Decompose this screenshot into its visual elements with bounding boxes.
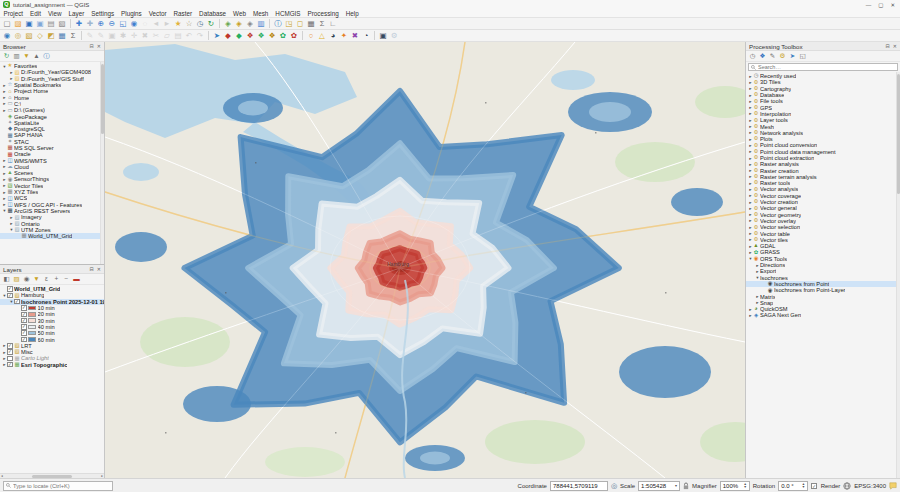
zoom-next-icon[interactable]: ►: [162, 19, 172, 29]
vertex-tool-icon[interactable]: ✛: [129, 31, 139, 41]
lock-icon[interactable]: [683, 482, 689, 490]
layer-visibility-checkbox[interactable]: ✓: [21, 330, 27, 336]
refresh-browser-icon[interactable]: ↻: [2, 52, 11, 61]
close-button[interactable]: ✕: [890, 2, 895, 8]
layer-visibility-checkbox[interactable]: ✓: [14, 299, 20, 305]
browser-item-world-utm-grid[interactable]: ▦World_UTM_Grid: [0, 233, 104, 239]
messages-icon[interactable]: [889, 482, 897, 490]
plugin-gold-icon[interactable]: ❖: [267, 31, 277, 41]
dock-icon[interactable]: ⊟: [886, 43, 890, 49]
run-feature-action-icon[interactable]: ◎: [13, 31, 23, 41]
layer-visibility-checkbox[interactable]: ✓: [21, 324, 27, 330]
redo-icon[interactable]: ↷: [195, 31, 205, 41]
minimize-button[interactable]: —: [866, 2, 872, 8]
layer-visibility-checkbox[interactable]: ✓: [7, 349, 13, 355]
processing-search[interactable]: [748, 63, 898, 71]
select-by-polygon-icon[interactable]: ◇: [35, 31, 45, 41]
new-virtual-layer-icon[interactable]: ◈: [245, 19, 255, 29]
invert-selection-icon[interactable]: ◩: [46, 31, 56, 41]
layer-visibility-checkbox[interactable]: ✓: [7, 286, 13, 292]
models-icon[interactable]: ❖: [758, 52, 767, 61]
scrollbar-thumb[interactable]: [32, 475, 72, 478]
crs-status[interactable]: EPSG:3400: [854, 483, 886, 489]
save-project-as-icon[interactable]: ▣: [35, 19, 45, 29]
vector-bender-icon[interactable]: ✖: [350, 31, 360, 41]
close-icon[interactable]: ✕: [893, 43, 897, 49]
menu-plugins[interactable]: Plugins: [118, 10, 146, 17]
new-shapefile-layer-icon[interactable]: ◈: [234, 19, 244, 29]
open-attribute-table-icon[interactable]: ▦: [306, 19, 316, 29]
paste-features-icon[interactable]: ▤: [173, 31, 183, 41]
add-feature-icon[interactable]: ✱: [118, 31, 128, 41]
extents-toggle-icon[interactable]: ◎: [611, 482, 617, 490]
menu-processing[interactable]: Processing: [304, 10, 342, 17]
python-scripts-icon[interactable]: ➤: [788, 52, 797, 61]
pan-map-icon[interactable]: ✚: [74, 19, 84, 29]
menu-raster[interactable]: Raster: [170, 10, 196, 17]
menu-vector[interactable]: Vector: [145, 10, 170, 17]
options-icon[interactable]: ⚙: [778, 52, 787, 61]
warning-triangle-icon[interactable]: △: [317, 31, 327, 41]
menu-web[interactable]: Web: [230, 10, 250, 17]
layer-visibility-checkbox[interactable]: ✓: [7, 362, 13, 368]
scale-combobox[interactable]: 1:505428▾: [638, 481, 680, 491]
layer-visibility-checkbox[interactable]: ✓: [21, 312, 27, 318]
results-viewer-icon[interactable]: ◱: [798, 52, 807, 61]
current-edits-icon[interactable]: ✎: [85, 31, 95, 41]
zoom-out-icon[interactable]: ⊖: [107, 19, 117, 29]
crs-globe-icon[interactable]: [843, 482, 851, 490]
plugin-flower-green-icon[interactable]: ✿: [278, 31, 288, 41]
data-source-manager-icon[interactable]: ▥: [256, 19, 266, 29]
layer-visibility-checkbox[interactable]: ✓: [7, 343, 13, 349]
layer-visibility-checkbox[interactable]: ✓: [21, 305, 27, 311]
coordinate-field[interactable]: 788441,5709119: [550, 481, 608, 491]
processing-scrollbar[interactable]: [896, 72, 900, 478]
plugin-red-2-icon[interactable]: ❖: [245, 31, 255, 41]
menu-hcmgis[interactable]: HCMGIS: [272, 10, 304, 17]
deselect-features-icon[interactable]: ◻: [295, 19, 305, 29]
statistical-summary-icon[interactable]: Σ: [68, 31, 78, 41]
filter-legend-icon[interactable]: ▼: [32, 275, 41, 284]
pan-to-selection-icon[interactable]: ✚: [85, 19, 95, 29]
copy-features-icon[interactable]: ▱: [162, 31, 172, 41]
refresh-map-icon[interactable]: ↻: [206, 19, 216, 29]
maximize-button[interactable]: ▢: [878, 2, 883, 8]
layer-esri-topographic[interactable]: ▸✓▦Esri Topographic: [0, 362, 104, 368]
open-layer-styling-icon[interactable]: ◧: [2, 275, 11, 284]
menu-project[interactable]: Project: [0, 10, 27, 17]
select-by-rectangle-icon[interactable]: ▧: [24, 31, 34, 41]
menu-layer[interactable]: Layer: [65, 10, 88, 17]
select-features-icon[interactable]: ◳: [284, 19, 294, 29]
plugin-green-1-icon[interactable]: ◆: [234, 31, 244, 41]
plugin-flower-red-icon[interactable]: ✿: [289, 31, 299, 41]
python-console-icon[interactable]: ➤: [212, 31, 222, 41]
properties-widget-icon[interactable]: ⓘ: [42, 52, 51, 61]
field-calculator-icon[interactable]: Σ: [317, 19, 327, 29]
new-print-layout-icon[interactable]: ▤: [46, 19, 56, 29]
open-table-icon[interactable]: ▦: [57, 31, 67, 41]
quickosm-icon[interactable]: ◕: [328, 31, 338, 41]
add-selected-layers-icon[interactable]: ▥: [12, 52, 21, 61]
delete-selected-icon[interactable]: ✖: [140, 31, 150, 41]
new-project-icon[interactable]: ▢: [2, 19, 12, 29]
shape-digitizing-icon[interactable]: ✦: [339, 31, 349, 41]
chevron-down-icon[interactable]: ▾: [675, 483, 677, 488]
processing-item-saga-next-gen[interactable]: ▸◈SAGA Next Gen: [746, 312, 900, 318]
new-geopackage-layer-icon[interactable]: ◈: [223, 19, 233, 29]
close-icon[interactable]: ✕: [97, 266, 101, 272]
collapse-all-icon[interactable]: ▲: [32, 52, 41, 61]
processing-toolbox-toggle-icon[interactable]: ⚙: [389, 31, 399, 41]
menu-edit[interactable]: Edit: [27, 10, 45, 17]
map-canvas[interactable]: Hamburg: [105, 42, 745, 478]
menu-mesh[interactable]: Mesh: [249, 10, 271, 17]
save-layer-edits-icon[interactable]: ▣: [107, 31, 117, 41]
dock-icon[interactable]: ⊟: [90, 43, 94, 49]
filter-browser-icon[interactable]: ▼: [22, 52, 31, 61]
identify-features-icon[interactable]: ⓘ: [273, 19, 283, 29]
remove-layer-icon[interactable]: ▬: [72, 275, 81, 284]
zoom-full-extent-icon[interactable]: ◱: [118, 19, 128, 29]
history-icon[interactable]: ◷: [748, 52, 757, 61]
temporal-controller-icon[interactable]: ◷: [195, 19, 205, 29]
undo-icon[interactable]: ↶: [184, 31, 194, 41]
locate-input[interactable]: [13, 483, 110, 489]
